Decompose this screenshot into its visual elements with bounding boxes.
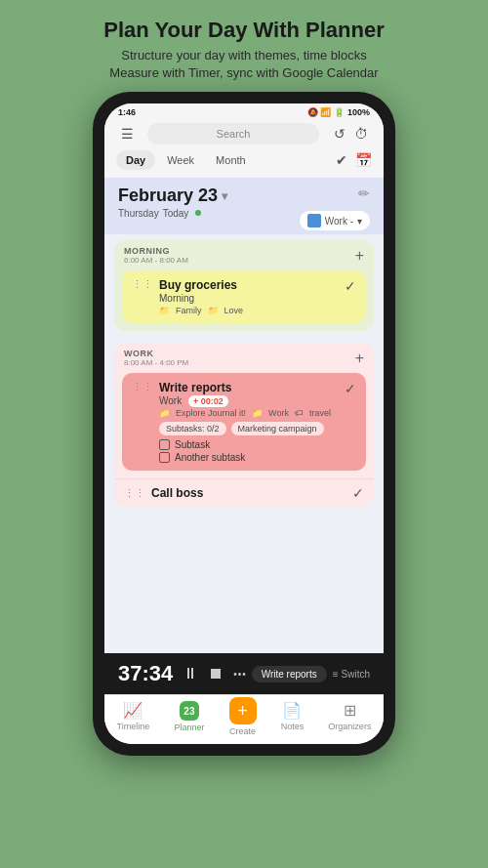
timer-left: 37:34 ⏸ ⏹ ••• (118, 661, 247, 686)
call-boss-inner: ⋮⋮ Call boss (124, 486, 203, 500)
morning-task-name: Buy groceries (159, 278, 243, 292)
edit-icon[interactable]: ✏ (358, 186, 370, 201)
timer-display: 37:34 (118, 661, 173, 686)
work-add-icon[interactable]: + (355, 350, 364, 367)
work-time: 8:00 AM - 4:00 PM (124, 358, 188, 367)
notes-icon: 📄 (282, 701, 302, 720)
subtask-count-badge: Subtasks: 0/2 (159, 422, 226, 435)
status-bar: 1:46 🔕 📶 🔋 100% (104, 103, 384, 119)
nav-organizers-label: Organizers (328, 722, 371, 731)
nav-timeline[interactable]: 📈 Timeline (117, 701, 150, 736)
main-content: February 23 ▾ Thursday Today ✏ Work - ▾ (104, 178, 384, 653)
marketing-badge: Marketing campaign (231, 422, 324, 435)
subtask-item-1[interactable]: Another subtask (159, 452, 331, 463)
morning-task-top: ⋮⋮ Buy groceries Morning 📁 Family 📁 Love (132, 278, 356, 315)
timer-badge: + 00:02 (188, 395, 228, 407)
timer-controls: ⏸ ⏹ ••• (183, 665, 247, 682)
work-task-sub: Work + 00:02 (159, 395, 331, 406)
more-icon[interactable]: ••• (233, 669, 247, 680)
status-right: 🔕 📶 🔋 100% (307, 107, 370, 117)
nav-notes[interactable]: 📄 Notes (281, 701, 305, 736)
timer-right: Write reports ≡ Switch (252, 666, 370, 682)
work-task-inner: ⋮⋮ Write reports Work + 00:02 📁 Explore … (132, 381, 331, 463)
drag-icon: ⋮⋮ (132, 278, 153, 291)
search-placeholder: Search (217, 128, 251, 140)
tag-explore-icon: 📁 (159, 408, 170, 418)
morning-check-icon[interactable]: ✓ (345, 278, 356, 294)
nav-timeline-label: Timeline (117, 722, 150, 731)
work-calendar-icon (307, 214, 321, 227)
refresh-icon[interactable]: ↺ (329, 123, 350, 145)
subtask-checkbox-0[interactable] (159, 439, 170, 450)
morning-task-card[interactable]: ⋮⋮ Buy groceries Morning 📁 Family 📁 Love (122, 270, 366, 323)
menu-icon[interactable]: ☰ (116, 123, 138, 145)
work-task-card-0[interactable]: ⋮⋮ Write reports Work + 00:02 📁 Explore … (122, 373, 366, 471)
morning-title: MORNING (124, 246, 188, 256)
switch-button[interactable]: ≡ Switch (333, 669, 370, 680)
checklist-icon[interactable]: ✔ (336, 152, 347, 168)
stop-icon[interactable]: ⏹ (208, 665, 224, 682)
work-drag-icon: ⋮⋮ (132, 381, 153, 393)
create-icon: + (229, 697, 257, 724)
nav-create-label: Create (229, 726, 256, 736)
subtask-label-0: Subtask (175, 439, 210, 450)
morning-section: MORNING 6:00 AM - 8:00 AM + ⋮⋮ Buy groce… (114, 240, 374, 331)
call-boss-drag-icon: ⋮⋮ (124, 487, 145, 500)
tag-work-icon: 📁 (252, 408, 263, 418)
morning-time: 6:00 AM - 8:00 AM (124, 256, 188, 265)
switch-icon: ≡ (333, 669, 339, 680)
nav-planner[interactable]: 23 Planner (174, 701, 204, 736)
nav-organizers[interactable]: ⊞ Organizers (328, 701, 371, 736)
work-section: WORK 8:00 AM - 4:00 PM + ⋮⋮ Write report… (114, 343, 374, 507)
view-tabs: Day Week Month ✔ 📅 (104, 150, 384, 178)
morning-tag-family: Family (176, 306, 202, 315)
work-title-group: WORK 8:00 AM - 4:00 PM (124, 349, 188, 367)
subtask-list: Subtask Another subtask (159, 439, 331, 463)
search-bar[interactable]: Search (147, 123, 319, 145)
day-info: Thursday Today (118, 206, 227, 219)
tab-day[interactable]: Day (116, 150, 155, 170)
pause-icon[interactable]: ⏸ (183, 665, 198, 682)
subtask-item-0[interactable]: Subtask (159, 439, 331, 450)
work-check-icon[interactable]: ✓ (345, 381, 356, 396)
timer-bar: 37:34 ⏸ ⏹ ••• Write reports ≡ Switch (104, 653, 384, 694)
morning-task-sub: Morning (159, 293, 243, 304)
morning-task-tags: 📁 Family 📁 Love (159, 306, 243, 315)
date-info: February 23 ▾ Thursday Today (118, 186, 227, 219)
work-task-name: Write reports (159, 381, 331, 394)
tag-travel-icon: 🏷 (295, 408, 304, 418)
tab-week[interactable]: Week (157, 150, 204, 170)
work-task-tags: 📁 Explore Journal it! 📁 Work 🏷 travel (159, 408, 331, 418)
phone-frame: 1:46 🔕 📶 🔋 100% ☰ Search ↺ ⏱ Day (93, 92, 395, 756)
timeline-icon: 📈 (123, 701, 142, 720)
top-nav: ☰ Search ↺ ⏱ (104, 119, 384, 150)
call-boss-check-icon[interactable]: ✓ (352, 485, 364, 501)
nav-planner-label: Planner (174, 723, 204, 732)
work-title: WORK (124, 349, 188, 358)
subtask-label-1: Another subtask (175, 452, 245, 463)
status-icons: 🔕 📶 🔋 (307, 107, 345, 117)
chevron-down-icon[interactable]: ▾ (222, 189, 227, 203)
nav-notes-label: Notes (281, 722, 305, 731)
subtask-badges: Subtasks: 0/2 Marketing campaign (159, 422, 331, 435)
timer-label[interactable]: Write reports (252, 666, 327, 682)
page-header: Plan Your Day With Planner Structure you… (84, 0, 404, 92)
morning-add-icon[interactable]: + (355, 247, 364, 265)
morning-task-inner: ⋮⋮ Buy groceries Morning 📁 Family 📁 Love (132, 278, 243, 315)
work-tag[interactable]: Work - ▾ (300, 211, 370, 230)
work-tag-label: Work - (325, 216, 353, 227)
work-tag-arrow-icon: ▾ (357, 216, 362, 227)
subtask-checkbox-1[interactable] (159, 452, 170, 463)
page-title: Plan Your Day With Planner (103, 18, 385, 43)
status-time: 1:46 (118, 107, 136, 117)
tab-month[interactable]: Month (206, 150, 256, 170)
today-dot (195, 210, 201, 216)
tag-folder-icon: 📁 (159, 306, 170, 315)
planner-icon: 23 (180, 701, 199, 721)
tab-right-icons: ✔ 📅 (336, 152, 372, 168)
call-boss-task[interactable]: ⋮⋮ Call boss ✓ (114, 478, 374, 507)
timer-icon[interactable]: ⏱ (350, 123, 372, 145)
calendar-icon[interactable]: 📅 (355, 152, 372, 168)
nav-create[interactable]: + Create (229, 701, 257, 736)
morning-tag-love: Love (224, 306, 244, 315)
